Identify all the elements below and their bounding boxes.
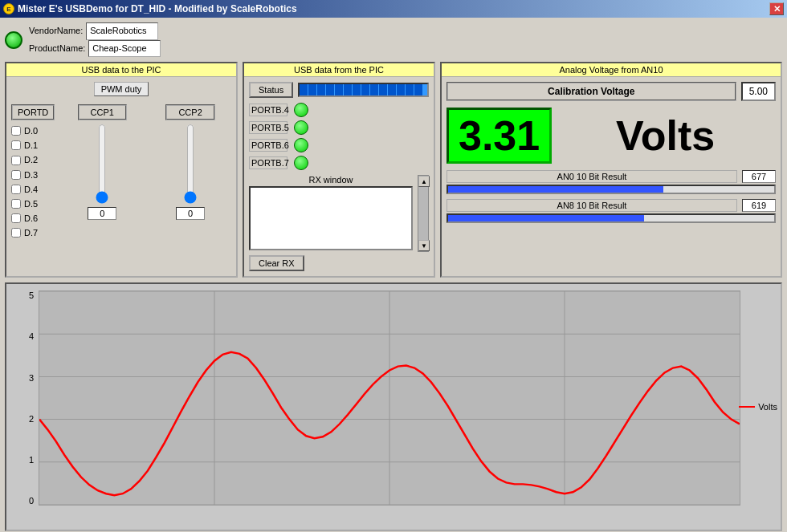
chart-inner	[39, 290, 740, 506]
portb-label: PORTB.7	[249, 156, 287, 169]
vendor-info: VendorName: ScaleRobotics ProductName: C…	[29, 22, 161, 57]
close-button[interactable]: ✕	[769, 2, 784, 15]
portd-bit-label: D.3	[24, 168, 38, 182]
portb-led	[294, 120, 308, 135]
ccp2-header: CCP2	[165, 104, 214, 120]
panels-row: USB data to the PIC PWM duty PORTD D.0D.…	[5, 62, 782, 278]
portd-checkbox-D3[interactable]	[11, 170, 21, 180]
portd-bit-row: D.2	[11, 152, 55, 167]
rx-section: RX window ▲ ▼	[249, 175, 429, 252]
progress-segment	[397, 84, 405, 95]
portd-bit-label: D.0	[24, 124, 38, 138]
rx-textarea[interactable]	[249, 186, 413, 250]
voltage-display: 3.31 Volts	[447, 108, 776, 164]
rx-window-label: RX window	[249, 175, 413, 185]
usb-to-pic-title: USB data to the PIC	[6, 63, 236, 77]
ccp2-col: CCP2 0	[149, 104, 231, 220]
calibration-label: Calibration Voltage	[447, 82, 736, 101]
chart-legend: Volts	[739, 402, 777, 412]
an0-row: AN0 10 Bit Result 677	[447, 170, 776, 183]
rx-scroll-track	[418, 187, 428, 240]
portd-bit-label: D.4	[24, 182, 38, 197]
ccp1-value: 0	[88, 207, 116, 220]
rx-scroll-down[interactable]: ▼	[418, 240, 430, 251]
main-content: VendorName: ScaleRobotics ProductName: C…	[0, 18, 787, 532]
portd-bit-label: D.1	[24, 138, 38, 152]
portb-label: PORTB.5	[249, 121, 287, 134]
portd-header: PORTD	[11, 104, 55, 120]
portd-checkbox-D2[interactable]	[11, 156, 21, 165]
progress-segment	[353, 84, 361, 95]
pwm-label: PWM duty	[94, 82, 149, 96]
progress-segment	[414, 84, 422, 95]
portd-bit-row: D.1	[11, 138, 55, 152]
portb-label: PORTB.4	[249, 104, 287, 116]
y-axis-label: 2	[29, 414, 34, 424]
progress-segment	[335, 84, 343, 95]
an8-progress	[447, 213, 776, 223]
portd-checkbox-D5[interactable]	[11, 199, 21, 209]
legend-label: Volts	[758, 402, 777, 412]
analog-voltage-panel: Analog Voltage from AN10 Calibration Vol…	[440, 62, 782, 278]
an8-row: AN8 10 Bit Result 619	[447, 199, 776, 212]
portb-led	[294, 103, 308, 117]
voltage-unit: Volts	[555, 112, 776, 160]
vendor-name-label: VendorName:	[29, 24, 83, 39]
chart-container: 543210 Volts	[5, 282, 782, 531]
portd-bit-row: D.4	[11, 182, 55, 197]
progress-segment	[379, 84, 387, 95]
status-progress-bar	[298, 83, 429, 97]
an0-progress	[447, 185, 776, 194]
y-axis-labels: 543210	[6, 290, 37, 506]
vendor-name-value: ScaleRobotics	[86, 22, 158, 40]
progress-segment	[308, 84, 316, 95]
portd-bit-row: D.3	[11, 168, 55, 182]
progress-segment	[344, 84, 352, 95]
progress-segment	[300, 84, 308, 95]
ccp1-slider[interactable]	[92, 124, 112, 204]
status-button[interactable]: Status	[249, 82, 293, 98]
progress-segment	[388, 84, 396, 95]
ccp1-col: CCP1 0	[61, 104, 143, 220]
portb-row: PORTB.7	[249, 156, 429, 170]
an8-label: AN8 10 Bit Result	[447, 199, 737, 212]
portd-col: PORTD D.0D.1D.2D.3D.4D.5D.6D.7	[11, 104, 55, 240]
portd-checkbox-D6[interactable]	[11, 213, 21, 223]
ccp2-slider[interactable]	[181, 124, 200, 204]
y-axis-label: 5	[29, 290, 34, 300]
progress-segment	[317, 84, 325, 95]
an8-progress-fill	[448, 215, 644, 221]
portb-led	[294, 156, 308, 170]
portd-checkbox-D4[interactable]	[11, 185, 21, 194]
y-axis-label: 1	[29, 455, 34, 465]
portd-checkbox-D1[interactable]	[11, 140, 21, 150]
progress-segment	[370, 84, 378, 95]
connection-led	[5, 31, 22, 49]
an0-progress-fill	[448, 186, 663, 193]
clear-rx-button[interactable]: Clear RX	[249, 255, 304, 271]
portb-label: PORTB.6	[249, 139, 287, 152]
portd-bit-label: D.2	[24, 152, 38, 167]
portd-bit-label: D.5	[24, 197, 38, 211]
legend-line	[739, 406, 755, 408]
an0-label: AN0 10 Bit Result	[447, 170, 737, 183]
an8-value: 619	[742, 199, 776, 212]
rx-scroll-up[interactable]: ▲	[418, 176, 430, 187]
app-icon: E	[3, 3, 14, 14]
portd-bit-label: D.7	[24, 225, 38, 240]
product-name-value: Cheap-Scope	[88, 40, 161, 58]
portd-bits: D.0D.1D.2D.3D.4D.5D.6D.7	[11, 124, 55, 240]
portd-bit-row: D.0	[11, 124, 55, 138]
product-name-label: ProductName:	[29, 42, 85, 56]
title-bar: E Mister E's USBDemo for DT_HID - Modifi…	[0, 0, 787, 18]
portb-rows: PORTB.4PORTB.5PORTB.6PORTB.7	[249, 103, 429, 170]
status-row: Status	[249, 82, 429, 98]
portd-checkbox-D0[interactable]	[11, 126, 21, 136]
portd-bit-row: D.5	[11, 197, 55, 211]
usb-from-pic-panel: USB data from the PIC Status PORTB.4PORT…	[243, 62, 435, 278]
title-text: Mister E's USBDemo for DT_HID - Modified…	[18, 3, 297, 14]
chart-svg	[39, 291, 740, 505]
portd-checkbox-D7[interactable]	[11, 228, 21, 238]
portb-row: PORTB.6	[249, 138, 429, 152]
ccp1-header: CCP1	[78, 104, 127, 120]
